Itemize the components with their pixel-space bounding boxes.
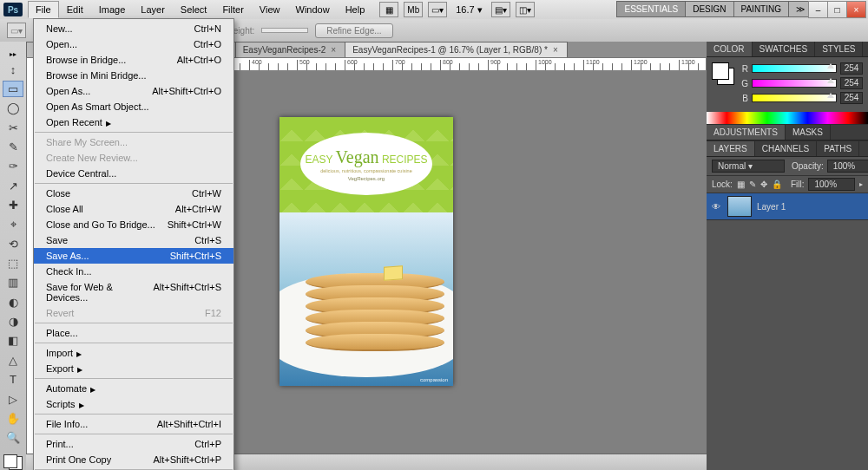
tool-button[interactable]: ✚ — [3, 197, 23, 212]
g-value[interactable]: 254 — [840, 77, 863, 89]
document-tab[interactable]: EasyVeganRecipes-1 @ 16.7% (Layer 1, RGB… — [345, 42, 568, 57]
menu-item[interactable]: Check In... — [34, 264, 233, 279]
lock-all-icon[interactable]: 🔒 — [772, 180, 782, 189]
g-slider[interactable] — [752, 79, 837, 88]
tool-button[interactable]: ↗ — [3, 178, 23, 193]
color-swatch[interactable] — [712, 62, 734, 85]
menu-item[interactable]: Export▶ — [34, 361, 233, 376]
view-icon[interactable]: ◫▾ — [516, 2, 535, 17]
screen-mode-icon[interactable]: ▭▾ — [428, 2, 447, 17]
menu-item[interactable]: CloseCtrl+W — [34, 186, 233, 201]
menu-item[interactable]: File Info...Alt+Shift+Ctrl+I — [34, 416, 233, 432]
tool-button[interactable]: ⟲ — [3, 236, 23, 251]
visibility-icon[interactable]: 👁 — [710, 202, 722, 212]
refine-edge-button[interactable]: Refine Edge... — [315, 23, 392, 38]
menu-item[interactable]: Browse in Bridge...Alt+Ctrl+O — [34, 52, 233, 68]
menu-filter[interactable]: Filter — [214, 1, 251, 18]
tool-button[interactable]: ▭ — [3, 81, 23, 96]
menu-item[interactable]: Browse in Mini Bridge... — [34, 68, 233, 83]
panel-tab[interactable]: CHANNELS — [755, 141, 817, 156]
menu-item[interactable]: Open...Ctrl+O — [34, 36, 233, 52]
menu-item[interactable]: New...Ctrl+N — [34, 21, 233, 36]
tool-button[interactable]: ✋ — [3, 410, 23, 426]
close-tab-icon[interactable]: × — [331, 45, 336, 55]
toolbar-icon[interactable]: ▦ — [379, 2, 398, 17]
menu-select[interactable]: Select — [173, 1, 215, 18]
arrange-icon[interactable]: ▤▾ — [491, 2, 510, 17]
tool-button[interactable]: ⬚ — [3, 255, 23, 271]
lock-position-icon[interactable]: ✥ — [760, 180, 767, 189]
panel-tab[interactable]: COLOR — [707, 42, 753, 56]
menu-item[interactable]: Print One CopyAlt+Shift+Ctrl+P — [34, 452, 233, 467]
lock-transparent-icon[interactable]: ▦ — [737, 180, 745, 189]
close-button[interactable]: × — [846, 1, 866, 18]
menu-edit[interactable]: Edit — [59, 1, 91, 18]
tool-button[interactable]: ▷ — [3, 391, 23, 407]
menu-item[interactable]: Close AllAlt+Ctrl+W — [34, 201, 233, 217]
toolbar-icon[interactable]: Mb — [404, 2, 423, 17]
menu-layer[interactable]: Layer — [133, 1, 173, 18]
menu-item[interactable]: Import▶ — [34, 345, 233, 361]
zoom-percent[interactable]: 16.7 ▾ — [456, 4, 482, 16]
panel-tab[interactable]: PATHS — [817, 141, 859, 156]
blend-mode-select[interactable]: Normal ▾ — [712, 160, 785, 173]
menu-view[interactable]: View — [252, 1, 288, 18]
tool-button[interactable]: ◑ — [3, 313, 23, 329]
foreground-background-swatch[interactable] — [3, 454, 23, 470]
workspace-tab[interactable]: DESIGN — [685, 1, 733, 17]
menu-item[interactable]: Save for Web & Devices...Alt+Shift+Ctrl+… — [34, 279, 233, 305]
tool-button[interactable]: ◧ — [3, 333, 23, 349]
opacity-field[interactable]: 100% — [827, 160, 868, 173]
document-tab[interactable]: EasyVeganRecipes-2× — [235, 42, 345, 57]
menu-item[interactable]: Open As...Alt+Shift+Ctrl+O — [34, 83, 233, 99]
tool-button[interactable]: ◯ — [3, 101, 23, 116]
tool-button[interactable]: ◐ — [3, 294, 23, 310]
menu-item[interactable]: Device Central... — [34, 166, 233, 181]
menu-file[interactable]: File — [28, 1, 59, 18]
tool-button[interactable]: ✎ — [3, 139, 23, 154]
height-field[interactable] — [261, 28, 308, 33]
tool-button[interactable]: 🔍 — [3, 430, 23, 446]
menu-item[interactable]: Scripts▶ — [34, 396, 233, 412]
tool-preset-icon[interactable]: ▭▾ — [7, 23, 26, 38]
menu-item[interactable]: Open As Smart Object... — [34, 99, 233, 114]
tool-button[interactable]: △ — [3, 352, 23, 368]
panel-tab[interactable]: MASKS — [786, 125, 831, 140]
tool-button[interactable]: T — [3, 372, 23, 388]
tool-button[interactable]: ↕ — [3, 62, 23, 77]
layer-name[interactable]: Layer 1 — [757, 202, 786, 212]
workspace-tab[interactable]: PAINTING — [733, 1, 789, 17]
maximize-button[interactable]: □ — [827, 1, 847, 18]
panel-tab[interactable]: ADJUSTMENTS — [707, 125, 786, 140]
menu-help[interactable]: Help — [338, 1, 373, 18]
tool-button[interactable]: ✑ — [3, 159, 23, 174]
menu-item[interactable]: Automate▶ — [34, 381, 233, 396]
b-value[interactable]: 254 — [840, 92, 863, 104]
color-spectrum[interactable] — [707, 112, 868, 124]
panel-tab[interactable]: LAYERS — [707, 141, 755, 156]
toolbox-collapse-icon[interactable]: ▸▸ — [10, 50, 16, 58]
menu-item[interactable]: Print...Ctrl+P — [34, 436, 233, 452]
layer-thumbnail[interactable] — [727, 196, 752, 217]
minimize-button[interactable]: – — [808, 1, 828, 18]
menu-image[interactable]: Image — [91, 1, 134, 18]
menu-window[interactable]: Window — [288, 1, 338, 18]
tool-button[interactable]: ▥ — [3, 275, 23, 290]
panel-tab[interactable]: SWATCHES — [753, 42, 816, 56]
layer-row[interactable]: 👁 Layer 1 — [707, 193, 868, 219]
b-slider[interactable] — [752, 94, 837, 102]
tool-button[interactable]: ✂ — [3, 120, 23, 135]
fill-field[interactable]: 100% — [808, 178, 855, 191]
menu-item[interactable]: Place... — [34, 325, 233, 341]
r-slider[interactable] — [752, 64, 837, 73]
menu-item[interactable]: SaveCtrl+S — [34, 232, 233, 248]
r-value[interactable]: 254 — [840, 62, 863, 75]
workspace-tab[interactable]: ESSENTIALS — [616, 1, 686, 17]
close-tab-icon[interactable]: × — [553, 45, 558, 55]
panel-tab[interactable]: STYLES — [815, 42, 863, 56]
tool-button[interactable]: ⌖ — [3, 217, 23, 232]
menu-item[interactable]: Save As...Shift+Ctrl+S — [34, 248, 233, 264]
menu-item[interactable]: Close and Go To Bridge...Shift+Ctrl+W — [34, 217, 233, 232]
lock-pixels-icon[interactable]: ✎ — [749, 180, 756, 189]
menu-item[interactable]: Open Recent▶ — [34, 114, 233, 130]
